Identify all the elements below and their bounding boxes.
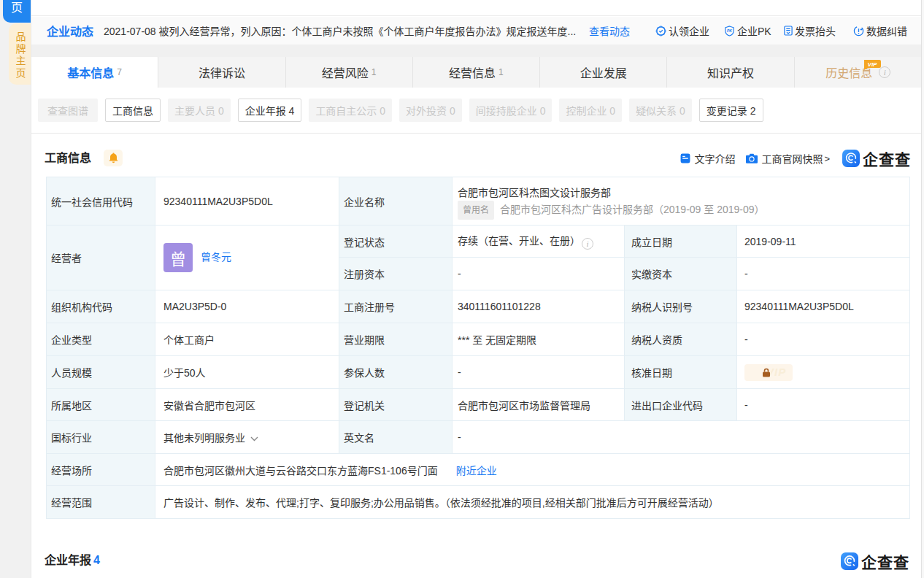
svg-text:PK: PK (727, 28, 732, 33)
svg-text:VIP: VIP (867, 61, 877, 68)
